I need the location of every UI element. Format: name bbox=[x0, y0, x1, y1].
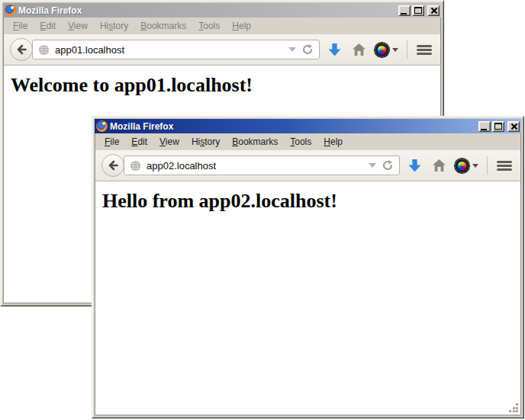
navigation-toolbar: app01.localhost bbox=[4, 34, 440, 66]
color-wheel-icon bbox=[455, 159, 469, 173]
download-arrow-icon bbox=[407, 159, 422, 173]
hamburger-icon bbox=[497, 161, 512, 171]
firefox-icon[interactable] bbox=[5, 5, 16, 16]
app-menu-button[interactable] bbox=[414, 38, 434, 61]
close-button[interactable] bbox=[427, 5, 440, 16]
url-bar[interactable]: app02.localhost bbox=[124, 155, 400, 175]
titlebar[interactable]: Mozilla Firefox bbox=[95, 119, 521, 133]
color-wheel-icon bbox=[375, 43, 389, 57]
menu-item-help[interactable]: Help bbox=[317, 135, 349, 149]
menu-item-tools[interactable]: Tools bbox=[284, 135, 317, 149]
home-button[interactable] bbox=[429, 154, 449, 177]
toolbar-separator bbox=[487, 156, 488, 175]
chevron-down-icon bbox=[472, 164, 478, 168]
home-icon bbox=[432, 159, 446, 172]
urlbar-dropdown-icon[interactable] bbox=[288, 47, 296, 52]
menu-item-tools[interactable]: Tools bbox=[192, 19, 226, 33]
menu-item-view[interactable]: View bbox=[153, 135, 185, 149]
hamburger-icon bbox=[417, 45, 432, 55]
menu-item-history[interactable]: History bbox=[185, 135, 226, 149]
globe-icon[interactable] bbox=[38, 44, 50, 56]
menu-item-bookmarks[interactable]: Bookmarks bbox=[134, 19, 192, 33]
firefox-icon[interactable] bbox=[96, 120, 108, 132]
maximize-button[interactable] bbox=[492, 121, 504, 132]
extension-button[interactable] bbox=[373, 38, 400, 61]
extension-button[interactable] bbox=[453, 154, 480, 177]
menu-bar: FileEditViewHistoryBookmarksToolsHelp bbox=[4, 18, 440, 34]
url-text: app02.localhost bbox=[147, 160, 363, 172]
reload-icon[interactable] bbox=[382, 159, 394, 172]
back-arrow-icon bbox=[15, 43, 27, 56]
url-text: app01.localhost bbox=[55, 44, 283, 56]
reload-icon[interactable] bbox=[301, 43, 314, 56]
resize-grip[interactable] bbox=[509, 403, 518, 412]
url-bar[interactable]: app01.localhost bbox=[32, 40, 320, 59]
window-controls bbox=[478, 121, 520, 132]
download-arrow-icon bbox=[327, 43, 342, 57]
close-button[interactable] bbox=[507, 121, 520, 132]
back-button[interactable] bbox=[10, 38, 33, 61]
home-button[interactable] bbox=[349, 38, 369, 61]
download-button[interactable] bbox=[404, 154, 424, 177]
maximize-button[interactable] bbox=[412, 5, 424, 16]
browser-chrome: FileEditViewHistoryBookmarksToolsHelp ap… bbox=[95, 133, 521, 415]
globe-icon[interactable] bbox=[130, 160, 141, 172]
page-content: Hello from app02.localhost! bbox=[95, 181, 520, 415]
browser-window-app02[interactable]: Mozilla Firefox FileEditViewHistoryBookm… bbox=[92, 116, 524, 418]
window-controls bbox=[398, 5, 440, 16]
menu-item-edit[interactable]: Edit bbox=[125, 135, 153, 149]
toolbar-separator bbox=[407, 40, 407, 59]
home-icon bbox=[352, 43, 366, 56]
menu-item-help[interactable]: Help bbox=[226, 19, 257, 33]
menu-bar: FileEditViewHistoryBookmarksToolsHelp bbox=[95, 133, 520, 150]
page-heading: Hello from app02.localhost! bbox=[102, 190, 520, 213]
menu-item-bookmarks[interactable]: Bookmarks bbox=[226, 135, 284, 149]
menu-item-file[interactable]: File bbox=[7, 19, 34, 33]
window-title: Mozilla Firefox bbox=[110, 121, 476, 132]
app-menu-button[interactable] bbox=[494, 154, 514, 177]
back-arrow-icon bbox=[107, 159, 119, 172]
minimize-button[interactable] bbox=[398, 5, 411, 16]
navigation-toolbar: app02.localhost bbox=[95, 150, 520, 181]
back-button[interactable] bbox=[101, 154, 124, 177]
titlebar[interactable]: Mozilla Firefox bbox=[3, 3, 441, 18]
menu-item-file[interactable]: File bbox=[98, 135, 125, 149]
menu-item-edit[interactable]: Edit bbox=[34, 19, 62, 33]
chevron-down-icon bbox=[392, 48, 398, 52]
window-title: Mozilla Firefox bbox=[18, 5, 396, 16]
menu-item-history[interactable]: History bbox=[94, 19, 134, 33]
page-heading: Welcome to app01.localhost! bbox=[11, 74, 440, 97]
minimize-button[interactable] bbox=[478, 121, 491, 132]
urlbar-dropdown-icon[interactable] bbox=[369, 163, 376, 168]
menu-item-view[interactable]: View bbox=[62, 19, 94, 33]
download-button[interactable] bbox=[324, 38, 344, 61]
